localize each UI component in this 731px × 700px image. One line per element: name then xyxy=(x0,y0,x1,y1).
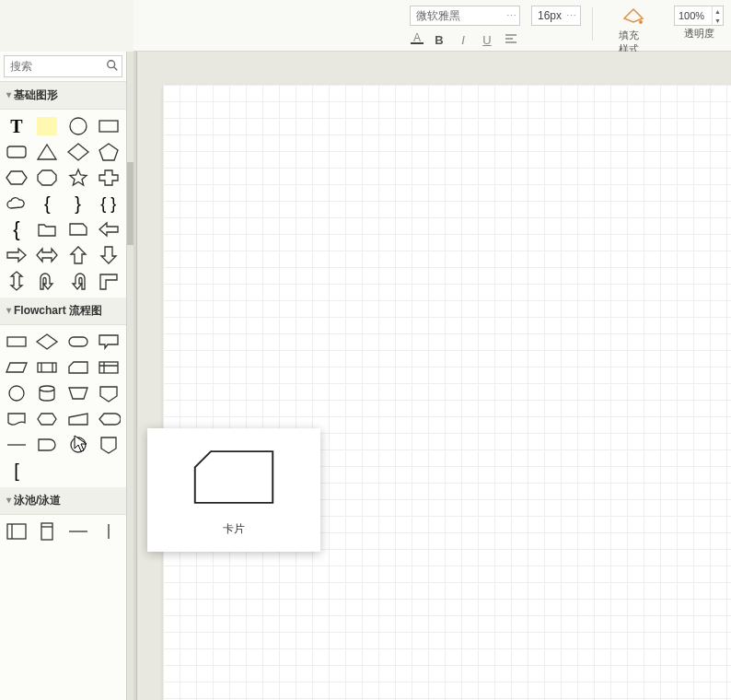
shape-pool-v[interactable] xyxy=(34,520,60,542)
shape-uturn-left[interactable] xyxy=(34,270,60,292)
shape-text[interactable]: T xyxy=(4,115,29,137)
top-toolbar: 微软雅黑 A B I U 16px 填充样式 100% ▲▼ 透明度 xyxy=(133,0,731,52)
svg-rect-11 xyxy=(7,524,26,539)
shape-cloud[interactable] xyxy=(4,192,29,215)
shape-folder[interactable] xyxy=(34,218,60,240)
shape-display[interactable] xyxy=(96,408,122,430)
shape-rounded-rect[interactable] xyxy=(4,141,29,163)
shape-connector[interactable] xyxy=(4,382,29,404)
shape-octagon[interactable] xyxy=(34,167,60,189)
zoom-down-icon[interactable]: ▼ xyxy=(712,16,723,25)
shape-preview-tooltip: 卡片 xyxy=(147,428,320,552)
shape-bracket-right[interactable]: } xyxy=(65,192,91,215)
shape-diamond[interactable] xyxy=(65,141,91,163)
shape-manual-input[interactable] xyxy=(65,408,91,430)
svg-rect-5 xyxy=(7,337,26,346)
shape-decision[interactable] xyxy=(34,331,60,353)
shape-terminator[interactable] xyxy=(65,331,91,353)
basic-shapes-grid: T { } { } { xyxy=(0,110,126,298)
drawing-canvas[interactable] xyxy=(163,85,731,700)
svg-rect-8 xyxy=(99,362,118,373)
search-icon[interactable] xyxy=(106,59,119,75)
underline-button[interactable]: U xyxy=(479,31,495,48)
shape-bracket[interactable]: [ xyxy=(4,460,29,482)
shape-arrow-updown[interactable] xyxy=(4,270,29,292)
italic-button[interactable]: I xyxy=(455,31,471,48)
shape-arrow-down[interactable] xyxy=(96,244,122,266)
shape-star[interactable] xyxy=(65,167,91,189)
opacity-label: 透明度 xyxy=(684,27,714,41)
shape-arrow-up[interactable] xyxy=(65,244,91,266)
shape-pentagon[interactable] xyxy=(96,141,122,163)
shape-card[interactable] xyxy=(65,356,91,379)
shape-preparation[interactable] xyxy=(34,408,60,430)
svg-point-1 xyxy=(108,61,115,68)
svg-rect-3 xyxy=(99,121,118,132)
zoom-input[interactable]: 100% ▲▼ xyxy=(674,6,724,26)
align-button[interactable] xyxy=(503,31,519,48)
section-header-basic[interactable]: 基础图形 xyxy=(0,82,126,110)
canvas-area xyxy=(133,52,731,700)
svg-point-2 xyxy=(70,118,87,134)
search-input[interactable] xyxy=(4,55,122,77)
sidebar-scrollbar[interactable] xyxy=(127,52,133,700)
shape-offpage2[interactable] xyxy=(96,434,122,456)
shape-arrow-right[interactable] xyxy=(4,244,29,266)
shape-uturn-right[interactable] xyxy=(65,270,91,292)
shape-brace-pair[interactable]: { } xyxy=(96,192,122,215)
section-header-swimlane[interactable]: 泳池/泳道 xyxy=(0,487,126,515)
shape-callout[interactable] xyxy=(96,331,122,353)
shape-predefined[interactable] xyxy=(34,356,60,379)
font-color-button[interactable]: A xyxy=(411,31,424,44)
shape-arrow-both[interactable] xyxy=(34,244,60,266)
shape-pool-h[interactable] xyxy=(4,520,29,542)
flowchart-shapes-grid: [ xyxy=(0,325,126,487)
shape-document[interactable] xyxy=(4,408,29,430)
section-header-flowchart[interactable]: Flowchart 流程图 xyxy=(0,298,126,325)
bold-button[interactable]: B xyxy=(431,31,447,48)
shape-rectangle[interactable] xyxy=(96,115,122,137)
shape-circle[interactable] xyxy=(65,115,91,137)
svg-rect-12 xyxy=(41,523,52,540)
shape-sticky-note[interactable] xyxy=(34,115,60,137)
shape-arrow-left[interactable] xyxy=(96,218,122,240)
canvas-gutter xyxy=(133,52,137,700)
shape-drop[interactable] xyxy=(65,218,91,240)
shape-brace-left[interactable]: { xyxy=(34,192,60,215)
shape-lane-v[interactable] xyxy=(96,520,122,542)
shape-hexagon[interactable] xyxy=(4,167,29,189)
shape-lane-h[interactable] xyxy=(65,520,91,542)
svg-rect-7 xyxy=(38,363,56,372)
shape-cross[interactable] xyxy=(96,167,122,189)
shape-process[interactable] xyxy=(4,331,29,353)
shape-circle2[interactable] xyxy=(65,434,91,456)
shape-brace-single[interactable]: { xyxy=(4,218,29,240)
svg-rect-6 xyxy=(69,337,87,346)
svg-rect-4 xyxy=(7,146,26,158)
font-size-select[interactable]: 16px xyxy=(531,6,581,26)
shape-database[interactable] xyxy=(34,382,60,404)
svg-point-9 xyxy=(9,386,24,401)
shape-line[interactable] xyxy=(4,434,29,456)
shape-corner[interactable] xyxy=(96,270,122,292)
font-family-select[interactable]: 微软雅黑 xyxy=(410,6,520,26)
scrollbar-thumb[interactable] xyxy=(127,162,133,245)
zoom-up-icon[interactable]: ▲ xyxy=(712,6,723,16)
fill-style-button[interactable] xyxy=(619,4,648,28)
svg-point-10 xyxy=(71,438,86,452)
shape-triangle[interactable] xyxy=(34,141,60,163)
shape-manual-op[interactable] xyxy=(65,382,91,404)
tooltip-label: 卡片 xyxy=(223,521,245,537)
swimlane-shapes-grid xyxy=(0,515,126,548)
shape-delay[interactable] xyxy=(34,434,60,456)
shape-internal-storage[interactable] xyxy=(96,356,122,379)
shape-data[interactable] xyxy=(4,356,29,379)
svg-point-0 xyxy=(639,20,643,24)
shape-offpage[interactable] xyxy=(96,382,122,404)
shapes-sidebar: 基础图形 T { } { } { Flowchart 流程图 xyxy=(0,52,127,700)
